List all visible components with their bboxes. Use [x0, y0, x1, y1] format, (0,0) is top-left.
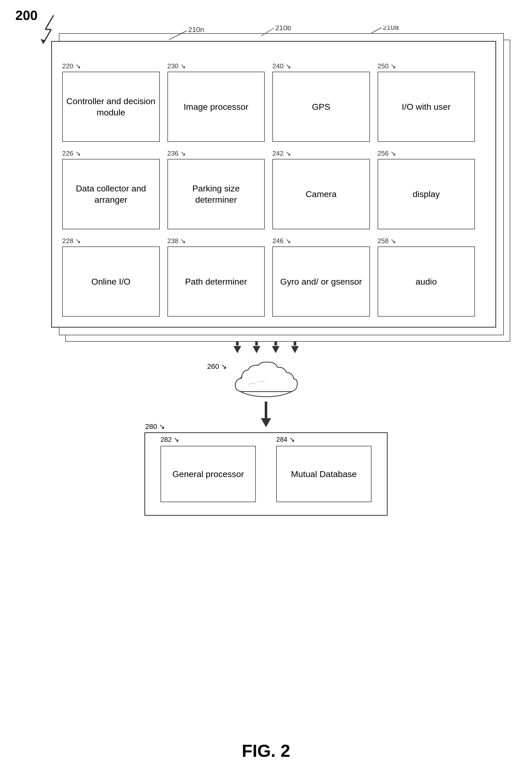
component-cell-240: 240 ↘ GPS: [273, 62, 370, 142]
label-228: 228 ↘: [62, 237, 81, 245]
cloud-server-section: 260 ↘: [0, 333, 532, 516]
component-cell-236: 236 ↘ Parking size determiner: [167, 150, 265, 229]
component-cell-246: 246 ↘ Gyro and/ or gsensor: [273, 237, 370, 317]
label-250: 250 ↘: [378, 62, 396, 70]
svg-marker-21: [272, 346, 280, 353]
label-282: 282 ↘: [161, 436, 179, 443]
component-text-240: GPS: [312, 101, 330, 112]
component-cell-258: 258 ↘ audio: [378, 237, 475, 317]
svg-line-6: [261, 28, 274, 36]
cloud-label-260: 260 ↘: [207, 362, 227, 371]
svg-line-8: [371, 28, 381, 33]
cloud-container: 260 ↘: [228, 355, 304, 402]
components-grid: 220 ↘ Controller and decision module 230…: [62, 62, 475, 317]
component-box-246: Gyro and/ or gsensor: [273, 246, 370, 317]
label-240: 240 ↘: [273, 62, 291, 70]
component-box-284: Mutual Database: [276, 446, 371, 502]
fig2-text: FIG. 2: [242, 741, 290, 760]
component-box-242: Camera: [273, 159, 370, 229]
component-cell-238: 238 ↘ Path determiner: [167, 237, 265, 317]
component-box-258: audio: [378, 246, 475, 317]
component-cell-226: 226 ↘ Data collector and arranger: [62, 150, 160, 229]
layer-labels-svg: 210n 210b 210a: [51, 26, 512, 46]
component-text-256: display: [413, 188, 440, 200]
component-box-250: I/O with user: [378, 72, 475, 142]
label-230: 230 ↘: [167, 62, 186, 70]
server-label-280: 280 ↘: [145, 422, 165, 431]
component-box-282: General processor: [161, 446, 256, 502]
component-box-226: Data collector and arranger: [62, 159, 160, 229]
svg-text:210b: 210b: [275, 26, 291, 32]
component-text-230: Image processor: [184, 101, 248, 112]
component-text-258: audio: [415, 276, 437, 287]
component-text-220: Controller and decision module: [65, 95, 157, 118]
svg-line-4: [169, 31, 187, 40]
device-frame-main: 220 ↘ Controller and decision module 230…: [51, 41, 496, 328]
server-component-284: 284 ↘ Mutual Database: [276, 446, 371, 502]
component-box-228: Online I/O: [62, 246, 160, 317]
label-236: 236 ↘: [167, 150, 186, 157]
component-cell-250: 250 ↘ I/O with user: [378, 62, 475, 142]
label-242: 242 ↘: [273, 150, 291, 157]
svg-rect-34: [265, 402, 267, 418]
component-box-220: Controller and decision module: [62, 72, 160, 142]
component-text-246: Gyro and/ or gsensor: [280, 276, 362, 287]
component-box-236: Parking size determiner: [167, 159, 265, 229]
component-text-250: I/O with user: [402, 101, 451, 112]
component-cell-228: 228 ↘ Online I/O: [62, 237, 160, 317]
server-component-282: 282 ↘ General processor: [161, 446, 256, 502]
svg-marker-25: [291, 346, 299, 353]
svg-marker-17: [253, 346, 260, 353]
svg-marker-35: [261, 418, 271, 427]
component-cell-230: 230 ↘ Image processor: [167, 62, 265, 142]
label-246: 246 ↘: [273, 237, 291, 245]
component-text-236: Parking size determiner: [171, 183, 262, 205]
component-text-284: Mutual Database: [291, 468, 357, 479]
component-box-230: Image processor: [167, 72, 265, 142]
component-box-256: display: [378, 159, 475, 229]
component-cell-242: 242 ↘ Camera: [273, 150, 370, 229]
diagram-label-200: 200: [15, 8, 38, 23]
label-238: 238 ↘: [167, 237, 186, 245]
component-text-228: Online I/O: [92, 276, 131, 287]
component-text-238: Path determiner: [185, 276, 247, 287]
svg-text:210n: 210n: [188, 26, 204, 33]
figure-label: FIG. 2: [0, 741, 532, 761]
component-text-226: Data collector and arranger: [65, 183, 157, 205]
label-258: 258 ↘: [378, 237, 396, 245]
label-226: 226 ↘: [62, 150, 81, 157]
layers-container: 210n 210b 210a 220 ↘ Controller and deci…: [51, 26, 512, 328]
label-220: 220 ↘: [62, 62, 81, 70]
label-284: 284 ↘: [276, 436, 295, 443]
component-cell-220: 220 ↘ Controller and decision module: [62, 62, 160, 142]
arrow-down-to-server: [259, 402, 273, 427]
svg-marker-13: [233, 346, 241, 353]
component-text-242: Camera: [306, 188, 337, 200]
component-box-240: GPS: [273, 72, 370, 142]
server-box-280: 280 ↘ 282 ↘ General processor 284 ↘ Mutu…: [144, 432, 388, 516]
svg-text:210a: 210a: [383, 26, 399, 31]
component-cell-256: 256 ↘ display: [378, 150, 475, 229]
component-text-282: General processor: [172, 468, 244, 479]
arrow-down-icon: [259, 402, 273, 427]
cloud-icon: [228, 355, 304, 401]
label-256: 256 ↘: [378, 150, 396, 157]
page: 200 210n 210b 210a: [0, 0, 532, 776]
component-box-238: Path determiner: [167, 246, 265, 317]
